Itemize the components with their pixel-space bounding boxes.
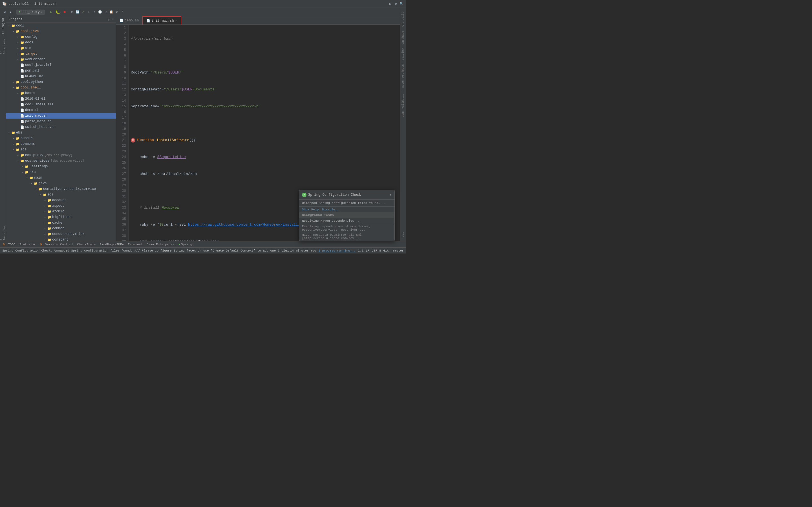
sidebar-collapse-icon[interactable]: ≡: [112, 18, 114, 21]
title-separator: –: [31, 2, 33, 6]
tree-item-webcontent[interactable]: ▸ 📁 WebContent: [6, 57, 116, 62]
tree-item-ecs[interactable]: ▾ 📁 ecs: [6, 147, 116, 152]
toolbar-commit[interactable]: ✓: [81, 10, 86, 14]
tree-item-cool-shell-iml[interactable]: ▸ 📄 cool.shell.iml: [6, 102, 116, 107]
side-tab-cdi[interactable]: CDI: [401, 230, 405, 239]
toolbar-settings[interactable]: ⚙: [394, 2, 398, 6]
tree-item-atomic[interactable]: ▸ 📁 atomic: [6, 209, 116, 214]
tool-tab-version-control[interactable]: 9: Version Control: [38, 242, 75, 246]
tree-item-java[interactable]: ▾ 📁 java: [6, 180, 116, 186]
sidebar-settings-icon[interactable]: ⚙: [108, 18, 110, 21]
tab-init-mac-sh[interactable]: 📄 init_mac.sh ✕: [142, 16, 181, 25]
tree-item-demo-sh[interactable]: ▸ 📄 demo.sh: [6, 107, 116, 113]
code-line-7: m function installSoftware(){: [131, 137, 400, 143]
tree-item-ecs-src[interactable]: ▾ 📁 src: [6, 169, 116, 175]
tree-item-target[interactable]: ▸ 📁 target: [6, 51, 116, 57]
tree-item-docs[interactable]: ▸ 📁 docs: [6, 40, 116, 45]
tree-item-bigfilters[interactable]: ▸ 📁 bigfilters: [6, 214, 116, 220]
spring-show-help-link[interactable]: Show Help: [302, 208, 319, 211]
toolbar-search[interactable]: 🔍: [399, 2, 404, 6]
toolbar-diff[interactable]: ≠: [115, 10, 119, 14]
tree-item-aspect[interactable]: ▸ 📁 aspect: [6, 203, 116, 209]
folder-icon-bundle: 📁: [16, 136, 20, 140]
folder-icon-concurrent: 📁: [47, 232, 51, 236]
tool-tab-terminal[interactable]: Terminal: [126, 242, 144, 246]
status-process[interactable]: 1 process running...: [318, 249, 356, 252]
toolbar-sync[interactable]: 🔄: [75, 10, 80, 14]
toolbar-build[interactable]: ⚒: [70, 10, 74, 14]
toolbar-history[interactable]: 🕐: [98, 10, 102, 14]
terminal-label: Terminal: [128, 243, 143, 246]
tree-item-cool-java[interactable]: ▾ 📁 cool.java: [6, 29, 116, 34]
tree-item-date-dir[interactable]: ▸ 📄 2016-01-01: [6, 96, 116, 102]
tree-item-account[interactable]: ▸ 📁 account: [6, 198, 116, 203]
tree-item-cool-python[interactable]: ▸ 📁 cool.python: [6, 79, 116, 85]
side-tab-database[interactable]: Database: [401, 29, 405, 46]
tree-item-com-aliyun[interactable]: ▾ 📁 com.aliyun.phoenix.service: [6, 186, 116, 192]
toolbar-revert[interactable]: ↩: [103, 10, 108, 14]
spring-disable-link[interactable]: Disable...: [322, 208, 341, 211]
label-target: target: [25, 52, 37, 56]
toolbar-more1[interactable]: ⋮: [120, 10, 125, 14]
toolbar-update[interactable]: ↓: [87, 10, 91, 14]
tree-item-concurrent-mutex[interactable]: ▸ 📁 concurrent.mutex: [6, 231, 116, 237]
tree-item-readme[interactable]: ▸ 📄 README.md: [6, 73, 116, 79]
tree-item-settings[interactable]: ▸ 📁 .settings: [6, 164, 116, 169]
tree-item-cache[interactable]: ▸ 📁 cache: [6, 220, 116, 226]
run-config-selector[interactable]: ● ecs_proxy ▾: [16, 10, 45, 15]
tree-item-parse-meta[interactable]: ▸ 📄 parse_meta.sh: [6, 119, 116, 124]
tool-tab-statistic[interactable]: Statistic: [18, 242, 38, 246]
tree-item-ecs-proxy[interactable]: ▸ 📁 ecs.proxy [ebs.ecs.proxy]: [6, 152, 116, 158]
tab-icon-demo: 📄: [119, 18, 123, 22]
tree-item-commons[interactable]: ▸ 📁 commons: [6, 141, 116, 147]
spring-popup-expand-btn[interactable]: ▾: [389, 192, 392, 197]
toolbar-push[interactable]: ↑: [92, 10, 97, 14]
tree-item-cool-java-iml[interactable]: ▸ 📄 cool.java.iml: [6, 62, 116, 68]
debug-button[interactable]: 🐛: [55, 9, 61, 15]
left-tab-project[interactable]: 1: Project: [1, 17, 6, 34]
tree-item-ecs-services[interactable]: ▾ 📁 ecs.services [ebs.ecs.services]: [6, 158, 116, 164]
folder-icon-java: 📁: [34, 182, 38, 185]
tree-item-src[interactable]: ▸ 📁 src: [6, 45, 116, 51]
tree-item-pom-xml[interactable]: ▸ 📄 pom.xml: [6, 68, 116, 73]
tree-item-cool-shell[interactable]: ▾ 📁 cool.shell: [6, 85, 116, 91]
toolbar-nav-back[interactable]: ◀: [2, 10, 7, 14]
side-tab-ant-build[interactable]: Ant Build: [401, 10, 405, 29]
line-num-7: 7: [116, 59, 128, 64]
tree-item-bundle[interactable]: ▸ 📁 bundle: [6, 135, 116, 141]
left-tab-favorites[interactable]: 2: Favorites: [1, 224, 6, 240]
side-tab-maven[interactable]: Maven Projects: [401, 62, 405, 90]
tab-demo-sh[interactable]: 📄 demo.sh: [116, 16, 142, 25]
tree-item-hosts[interactable]: ▸ 📁 hosts: [6, 91, 116, 96]
line-num-16: 16: [116, 109, 128, 115]
tree-item-ecs-pkg[interactable]: ▾ 📁 ecs: [6, 192, 116, 198]
tree-item-switch-hosts[interactable]: ▸ 📄 switch_hosts.sh: [6, 124, 116, 130]
tree-item-cool[interactable]: ▾ 📁 cool: [6, 23, 116, 29]
tab-close-init-mac[interactable]: ✕: [175, 19, 177, 22]
todo-label: TODO: [8, 243, 15, 246]
tree-item-main[interactable]: ▾ 📁 main: [6, 175, 116, 180]
tool-tab-todo[interactable]: 6: TODO: [1, 242, 17, 246]
tool-tab-spring[interactable]: ● Spring: [177, 242, 194, 246]
tree-item-common[interactable]: ▸ 📁 common: [6, 226, 116, 231]
stop-button[interactable]: ■: [62, 9, 67, 15]
line-num-32: 32: [116, 200, 128, 205]
left-strip: 1: Project 2: Structure 2: Favorites: [0, 16, 6, 241]
toolbar-structure[interactable]: ⊞: [388, 2, 393, 6]
tool-tab-checkstyle[interactable]: CheckStyle: [75, 242, 97, 246]
side-tab-sciview[interactable]: SciView: [401, 47, 405, 62]
tree-item-init-mac-sh[interactable]: ▸ 📄 init_mac.sh: [6, 113, 116, 119]
run-button[interactable]: ▶: [48, 9, 54, 15]
label-constant: constant: [52, 238, 68, 241]
side-tab-bean-validation[interactable]: Bean Validation: [401, 90, 405, 119]
toolbar-annotate[interactable]: 📋: [109, 10, 114, 14]
tree-item-constant[interactable]: ▸ 📁 constant: [6, 237, 116, 241]
tree-item-config[interactable]: ▸ 📁 config: [6, 34, 116, 40]
tool-tab-findbugs[interactable]: FindBugs-IDEA: [98, 242, 125, 246]
toolbar-nav-forward[interactable]: ▶: [8, 10, 13, 14]
arrow-cool: ▾: [7, 24, 11, 27]
tree-item-ebs[interactable]: ▾ 📁 ebs: [6, 130, 116, 135]
tool-tab-java-enterprise[interactable]: Java Enterprise: [145, 242, 176, 246]
line-num-36: 36: [116, 222, 128, 228]
left-tab-structure[interactable]: 2: Structure: [1, 37, 6, 54]
